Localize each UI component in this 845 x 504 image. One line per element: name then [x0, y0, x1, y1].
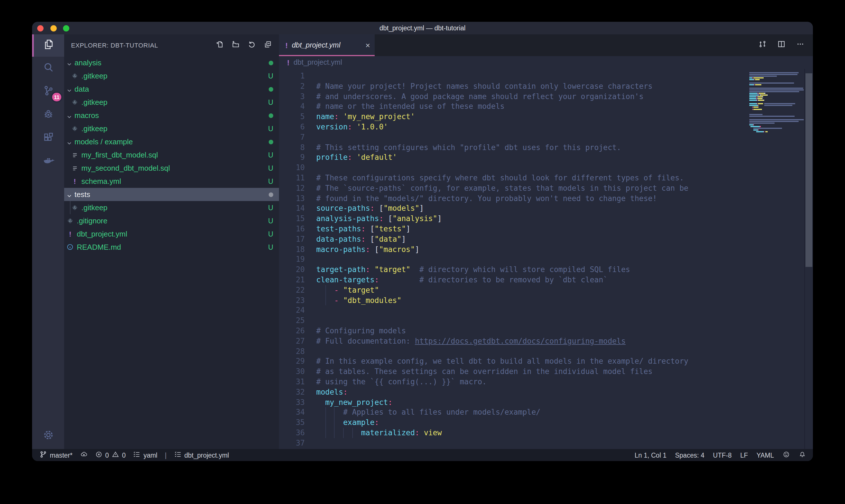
activity-extensions[interactable]: [32, 127, 64, 151]
tree-item-macros[interactable]: macros: [64, 109, 279, 122]
extensions-icon: [42, 132, 54, 146]
line-number: 21: [279, 275, 305, 285]
line-content: version: '1.0.0': [305, 122, 388, 132]
line-number: 17: [279, 234, 305, 245]
tree-item--gitkeep[interactable]: .gitkeepU: [64, 96, 279, 109]
code-line: 22 - "target": [279, 285, 813, 295]
line-content: - "dbt_modules": [305, 295, 401, 306]
encoding[interactable]: UTF-8: [713, 452, 732, 458]
tree-item-my-first-dbt-model-sql[interactable]: my_first_dbt_model.sqlU: [64, 148, 279, 162]
indent-guide: [352, 428, 353, 438]
language-mode[interactable]: YAML: [756, 452, 774, 458]
code-line: 1: [279, 71, 813, 81]
line-number: 16: [279, 224, 305, 234]
tree-item-data[interactable]: data: [64, 83, 279, 96]
zoom-window-button[interactable]: [63, 25, 69, 31]
problems-status[interactable]: 0 0: [95, 451, 126, 459]
new-folder-icon[interactable]: [231, 40, 240, 50]
collapse-all-icon[interactable]: [264, 40, 272, 50]
vscode-window: dbt_project.yml — dbt-tutorial 11: [32, 22, 813, 461]
activity-explorer[interactable]: [32, 34, 64, 57]
refresh-icon[interactable]: [248, 40, 256, 50]
code-line: 32models:: [279, 387, 813, 397]
breadcrumb-file[interactable]: dbt_project.yml: [293, 58, 342, 67]
line-number: 1: [279, 71, 305, 81]
line-number: 35: [279, 417, 305, 428]
close-window-button[interactable]: [37, 25, 43, 31]
more-actions-icon[interactable]: [796, 39, 805, 51]
tree-item--gitkeep[interactable]: .gitkeepU: [64, 69, 279, 83]
breadcrumb[interactable]: ! dbt_project.yml: [279, 56, 813, 69]
cursor-position[interactable]: Ln 1, Col 1: [634, 452, 666, 458]
line-content: # Applies to all files under models/exam…: [305, 408, 540, 418]
git-untracked-badge: U: [268, 217, 273, 225]
open-changes-icon[interactable]: [758, 39, 767, 51]
tree-item-models-example[interactable]: models / example: [64, 135, 279, 148]
code-line: 26# Configuring models: [279, 326, 813, 336]
tree-item--gitkeep[interactable]: .gitkeepU: [64, 122, 279, 135]
indent-guide: [325, 417, 326, 428]
line-number: 22: [279, 285, 305, 295]
line-content: example:: [305, 417, 379, 428]
tree-item-schema-yml[interactable]: !schema.ymlU: [64, 175, 279, 188]
git-untracked-badge: U: [268, 243, 273, 251]
yaml-mode-status[interactable]: yaml: [133, 451, 158, 459]
tree-item-dbt-project-yml[interactable]: !dbt_project.ymlU: [64, 227, 279, 240]
activity-debug[interactable]: [32, 104, 64, 127]
line-number: 27: [279, 336, 305, 346]
code-line: 27# Full documentation: https://docs.get…: [279, 336, 813, 346]
file-task-status[interactable]: dbt_project.yml: [174, 451, 229, 459]
minimap[interactable]: [749, 70, 804, 134]
editor-scrollbar: [804, 69, 813, 449]
code-editor[interactable]: 12# Name your project! Project names sho…: [279, 69, 813, 449]
code-lines: 12# Name your project! Project names sho…: [279, 71, 813, 448]
line-number: 37: [279, 438, 305, 448]
tree-item-analysis[interactable]: analysis: [64, 56, 279, 69]
explorer-header: EXPLORER: DBT-TUTORIAL: [64, 34, 279, 56]
window-title: dbt_project.yml — dbt-tutorial: [379, 25, 466, 32]
activity-search[interactable]: [32, 57, 64, 80]
tree-item-label: tests: [74, 190, 90, 199]
activity-source-control[interactable]: 11: [32, 80, 64, 104]
new-file-icon[interactable]: [215, 40, 224, 50]
code-line: 34 # Applies to all files under models/e…: [279, 408, 813, 418]
tree-item-label: .gitignore: [77, 216, 107, 225]
git-untracked-badge: U: [268, 72, 273, 80]
git-modified-dot: [269, 60, 273, 65]
git-untracked-badge: U: [268, 230, 273, 238]
feedback-smiley-icon[interactable]: [783, 451, 790, 459]
notifications-bell-icon[interactable]: [798, 451, 806, 459]
activity-docker[interactable]: [32, 151, 64, 174]
git-untracked-badge: U: [268, 151, 273, 159]
title-bar: dbt_project.yml — dbt-tutorial: [32, 22, 813, 34]
split-editor-icon[interactable]: [777, 39, 786, 51]
branch-status[interactable]: master*: [39, 451, 72, 459]
git-modified-dot: [269, 113, 273, 118]
indentation[interactable]: Spaces: 4: [675, 452, 704, 458]
tree-item--gitkeep[interactable]: .gitkeepU: [64, 201, 279, 214]
code-line: 9profile: 'default': [279, 152, 813, 163]
tree-item-tests[interactable]: tests: [64, 188, 279, 201]
line-content: # as tables. These settings can be overr…: [305, 366, 652, 377]
eol[interactable]: LF: [740, 452, 748, 458]
code-line: 21clean-targets: # directories to be rem…: [279, 275, 813, 285]
scrollbar-thumb[interactable]: [806, 73, 812, 267]
sync-status[interactable]: [80, 451, 87, 459]
close-tab-icon[interactable]: ×: [365, 41, 370, 49]
line-number: 6: [279, 122, 305, 132]
git-untracked-badge: U: [268, 125, 273, 132]
code-line: 20target-path: "target" # directory whic…: [279, 265, 813, 275]
tree-item-label: my_first_dbt_model.sql: [82, 151, 158, 159]
editor-group: ! dbt_project.yml × ! dbt_project.yml: [279, 34, 813, 449]
branch-name: master*: [50, 452, 72, 458]
line-number: 18: [279, 244, 305, 255]
tab-dbt-project-yml[interactable]: ! dbt_project.yml ×: [279, 34, 375, 56]
activity-settings[interactable]: [32, 423, 64, 449]
tree-item-readme-md[interactable]: README.mdU: [64, 240, 279, 254]
explorer-title: EXPLORER: DBT-TUTORIAL: [71, 42, 158, 49]
tree-item--gitignore[interactable]: .gitignoreU: [64, 214, 279, 227]
tree-item-my-second-dbt-model-sql[interactable]: my_second_dbt_model.sqlU: [64, 162, 279, 175]
line-content: # Configuring models: [305, 326, 406, 336]
minimap-line: [749, 87, 804, 89]
minimize-window-button[interactable]: [50, 25, 56, 31]
